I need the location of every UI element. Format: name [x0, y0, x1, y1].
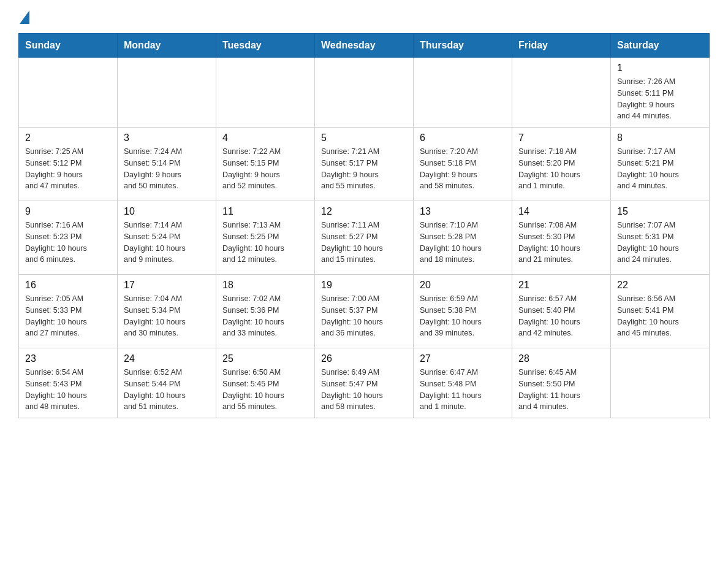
day-number: 13 — [420, 206, 506, 217]
day-number: 11 — [222, 206, 308, 217]
week-row-2: 2Sunrise: 7:25 AMSunset: 5:12 PMDaylight… — [19, 128, 710, 201]
day-info: Sunrise: 7:22 AMSunset: 5:15 PMDaylight:… — [222, 146, 308, 192]
day-info: Sunrise: 6:47 AMSunset: 5:48 PMDaylight:… — [420, 367, 506, 413]
day-number: 2 — [25, 132, 111, 144]
day-number: 10 — [124, 206, 210, 217]
day-info: Sunrise: 7:13 AMSunset: 5:25 PMDaylight:… — [222, 220, 308, 266]
weekday-header-row: SundayMondayTuesdayWednesdayThursdayFrid… — [19, 34, 710, 58]
day-number: 16 — [25, 280, 111, 291]
weekday-header-sunday: Sunday — [19, 34, 118, 58]
day-info: Sunrise: 7:24 AMSunset: 5:14 PMDaylight:… — [124, 146, 210, 192]
calendar-cell: 19Sunrise: 7:00 AMSunset: 5:37 PMDayligh… — [315, 275, 414, 348]
day-number: 3 — [124, 132, 210, 144]
calendar-cell — [19, 58, 118, 128]
day-number: 6 — [420, 132, 506, 144]
day-info: Sunrise: 6:56 AMSunset: 5:41 PMDaylight:… — [617, 293, 703, 339]
day-number: 28 — [518, 353, 604, 364]
day-info: Sunrise: 6:49 AMSunset: 5:47 PMDaylight:… — [321, 367, 407, 413]
day-info: Sunrise: 7:25 AMSunset: 5:12 PMDaylight:… — [25, 146, 111, 192]
calendar-cell: 2Sunrise: 7:25 AMSunset: 5:12 PMDaylight… — [19, 128, 118, 201]
day-info: Sunrise: 6:45 AMSunset: 5:50 PMDaylight:… — [518, 367, 604, 413]
day-number: 5 — [321, 132, 407, 144]
calendar-cell: 20Sunrise: 6:59 AMSunset: 5:38 PMDayligh… — [414, 275, 512, 348]
weekday-header-friday: Friday — [512, 34, 611, 58]
calendar-cell: 5Sunrise: 7:21 AMSunset: 5:17 PMDaylight… — [315, 128, 414, 201]
week-row-5: 23Sunrise: 6:54 AMSunset: 5:43 PMDayligh… — [19, 348, 710, 418]
day-info: Sunrise: 6:59 AMSunset: 5:38 PMDaylight:… — [420, 293, 506, 339]
day-info: Sunrise: 7:04 AMSunset: 5:34 PMDaylight:… — [124, 293, 210, 339]
calendar-cell: 1Sunrise: 7:26 AMSunset: 5:11 PMDaylight… — [611, 58, 710, 128]
logo-arrow-icon — [20, 10, 29, 24]
calendar-cell: 9Sunrise: 7:16 AMSunset: 5:23 PMDaylight… — [19, 201, 118, 275]
calendar-cell: 10Sunrise: 7:14 AMSunset: 5:24 PMDayligh… — [118, 201, 216, 275]
day-number: 19 — [321, 280, 407, 291]
calendar-cell: 4Sunrise: 7:22 AMSunset: 5:15 PMDaylight… — [216, 128, 315, 201]
calendar-cell: 27Sunrise: 6:47 AMSunset: 5:48 PMDayligh… — [414, 348, 512, 418]
day-number: 26 — [321, 353, 407, 364]
calendar-cell: 17Sunrise: 7:04 AMSunset: 5:34 PMDayligh… — [118, 275, 216, 348]
calendar-cell: 3Sunrise: 7:24 AMSunset: 5:14 PMDaylight… — [118, 128, 216, 201]
day-number: 12 — [321, 206, 407, 217]
weekday-header-thursday: Thursday — [414, 34, 512, 58]
weekday-header-wednesday: Wednesday — [315, 34, 414, 58]
calendar-cell: 22Sunrise: 6:56 AMSunset: 5:41 PMDayligh… — [611, 275, 710, 348]
calendar-table: SundayMondayTuesdayWednesdayThursdayFrid… — [18, 33, 710, 418]
day-number: 24 — [124, 353, 210, 364]
calendar-cell: 7Sunrise: 7:18 AMSunset: 5:20 PMDaylight… — [512, 128, 611, 201]
week-row-1: 1Sunrise: 7:26 AMSunset: 5:11 PMDaylight… — [19, 58, 710, 128]
logo — [18, 12, 29, 22]
day-info: Sunrise: 7:05 AMSunset: 5:33 PMDaylight:… — [25, 293, 111, 339]
calendar-cell: 13Sunrise: 7:10 AMSunset: 5:28 PMDayligh… — [414, 201, 512, 275]
day-info: Sunrise: 7:02 AMSunset: 5:36 PMDaylight:… — [222, 293, 308, 339]
day-number: 4 — [222, 132, 308, 144]
day-number: 20 — [420, 280, 506, 291]
day-number: 23 — [25, 353, 111, 364]
calendar-cell: 14Sunrise: 7:08 AMSunset: 5:30 PMDayligh… — [512, 201, 611, 275]
weekday-header-monday: Monday — [118, 34, 216, 58]
day-info: Sunrise: 7:14 AMSunset: 5:24 PMDaylight:… — [124, 220, 210, 266]
calendar-cell: 28Sunrise: 6:45 AMSunset: 5:50 PMDayligh… — [512, 348, 611, 418]
calendar-cell — [512, 58, 611, 128]
week-row-4: 16Sunrise: 7:05 AMSunset: 5:33 PMDayligh… — [19, 275, 710, 348]
calendar-cell: 25Sunrise: 6:50 AMSunset: 5:45 PMDayligh… — [216, 348, 315, 418]
weekday-header-saturday: Saturday — [611, 34, 710, 58]
day-number: 22 — [617, 280, 703, 291]
day-number: 1 — [617, 63, 703, 74]
week-row-3: 9Sunrise: 7:16 AMSunset: 5:23 PMDaylight… — [19, 201, 710, 275]
day-info: Sunrise: 7:11 AMSunset: 5:27 PMDaylight:… — [321, 220, 407, 266]
day-info: Sunrise: 7:16 AMSunset: 5:23 PMDaylight:… — [25, 220, 111, 266]
day-info: Sunrise: 7:20 AMSunset: 5:18 PMDaylight:… — [420, 146, 506, 192]
day-info: Sunrise: 7:07 AMSunset: 5:31 PMDaylight:… — [617, 220, 703, 266]
calendar-cell — [118, 58, 216, 128]
day-number: 15 — [617, 206, 703, 217]
calendar-cell — [216, 58, 315, 128]
day-info: Sunrise: 7:21 AMSunset: 5:17 PMDaylight:… — [321, 146, 407, 192]
calendar-cell — [414, 58, 512, 128]
day-number: 8 — [617, 132, 703, 144]
day-info: Sunrise: 6:57 AMSunset: 5:40 PMDaylight:… — [518, 293, 604, 339]
day-number: 14 — [518, 206, 604, 217]
day-number: 18 — [222, 280, 308, 291]
calendar-cell: 18Sunrise: 7:02 AMSunset: 5:36 PMDayligh… — [216, 275, 315, 348]
calendar-cell: 15Sunrise: 7:07 AMSunset: 5:31 PMDayligh… — [611, 201, 710, 275]
page-header — [18, 12, 710, 22]
day-number: 27 — [420, 353, 506, 364]
calendar-cell: 24Sunrise: 6:52 AMSunset: 5:44 PMDayligh… — [118, 348, 216, 418]
day-info: Sunrise: 7:08 AMSunset: 5:30 PMDaylight:… — [518, 220, 604, 266]
calendar-cell — [315, 58, 414, 128]
calendar-cell — [611, 348, 710, 418]
day-number: 9 — [25, 206, 111, 217]
day-info: Sunrise: 7:17 AMSunset: 5:21 PMDaylight:… — [617, 146, 703, 192]
weekday-header-tuesday: Tuesday — [216, 34, 315, 58]
calendar-cell: 8Sunrise: 7:17 AMSunset: 5:21 PMDaylight… — [611, 128, 710, 201]
day-info: Sunrise: 6:54 AMSunset: 5:43 PMDaylight:… — [25, 367, 111, 413]
calendar-cell: 16Sunrise: 7:05 AMSunset: 5:33 PMDayligh… — [19, 275, 118, 348]
day-info: Sunrise: 7:00 AMSunset: 5:37 PMDaylight:… — [321, 293, 407, 339]
calendar-cell: 23Sunrise: 6:54 AMSunset: 5:43 PMDayligh… — [19, 348, 118, 418]
calendar-cell: 12Sunrise: 7:11 AMSunset: 5:27 PMDayligh… — [315, 201, 414, 275]
day-number: 25 — [222, 353, 308, 364]
day-info: Sunrise: 7:18 AMSunset: 5:20 PMDaylight:… — [518, 146, 604, 192]
calendar-cell: 21Sunrise: 6:57 AMSunset: 5:40 PMDayligh… — [512, 275, 611, 348]
calendar-cell: 26Sunrise: 6:49 AMSunset: 5:47 PMDayligh… — [315, 348, 414, 418]
day-number: 17 — [124, 280, 210, 291]
